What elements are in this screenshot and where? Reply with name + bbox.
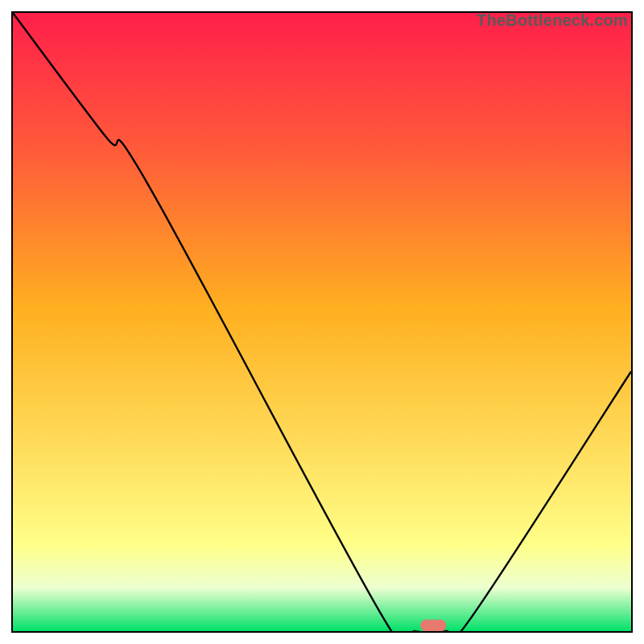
bottleneck-chart xyxy=(13,13,631,631)
optimum-marker xyxy=(421,620,446,631)
chart-frame xyxy=(11,11,633,633)
attribution-label: TheBottleneck.com xyxy=(477,11,628,30)
chart-background-gradient xyxy=(13,13,631,631)
